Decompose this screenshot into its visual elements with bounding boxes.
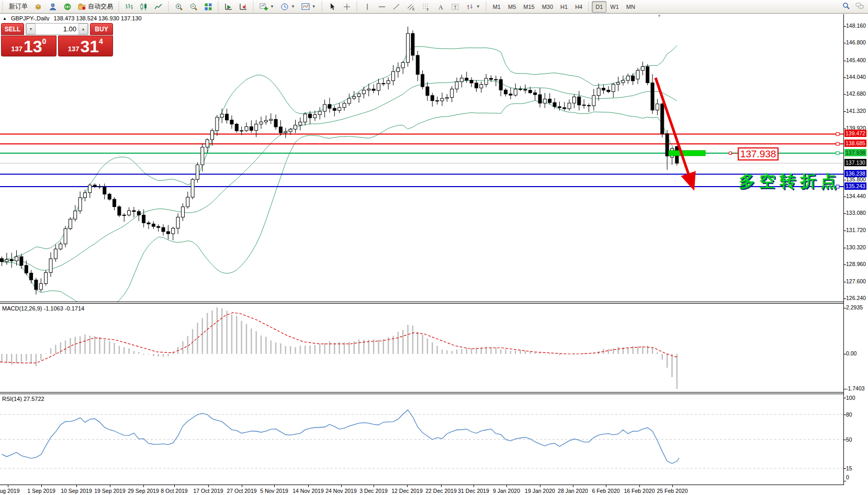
- candle-body: [191, 179, 194, 197]
- date-label: 10 Sep 2019: [61, 488, 92, 494]
- candle-body: [641, 66, 644, 70]
- date-label: 6 Feb 2020: [592, 488, 619, 494]
- candle-body: [59, 244, 62, 249]
- zoom-in-button[interactable]: [172, 1, 186, 13]
- tf-button-h1[interactable]: H1: [557, 1, 571, 13]
- tf-button-m5[interactable]: M5: [504, 1, 520, 13]
- line-chart-button[interactable]: [152, 1, 165, 13]
- tf-button-m30[interactable]: M30: [538, 1, 557, 13]
- candle-body: [39, 284, 42, 290]
- panel-separator[interactable]: [0, 394, 843, 394]
- chat-button[interactable]: [855, 2, 864, 11]
- candle-body: [455, 82, 458, 89]
- tf-button-h4[interactable]: H4: [571, 1, 586, 13]
- chart-shift-icon: [239, 3, 247, 11]
- new-order-button[interactable]: 新订单: [6, 1, 30, 13]
- vertical-line-icon: [363, 3, 371, 11]
- panel-collapse-icon[interactable]: ▼: [657, 14, 661, 18]
- market-icon-button[interactable]: [31, 1, 45, 13]
- date-tick: [441, 485, 442, 487]
- price-tag-label[interactable]: 137.938: [738, 147, 779, 160]
- tf-button-m15[interactable]: M15: [520, 1, 538, 13]
- new-chart-button[interactable]: ▼: [257, 1, 277, 13]
- price-tick-label: 133.080: [846, 210, 866, 216]
- candle-body: [1, 259, 4, 262]
- candlestick-button[interactable]: [137, 1, 151, 13]
- svg-text:F: F: [426, 7, 429, 11]
- volume-input[interactable]: [36, 24, 78, 34]
- symbol-search-button[interactable]: [842, 2, 850, 11]
- macd-tick-label: 0.00: [846, 350, 856, 356]
- date-tick: [8, 485, 8, 487]
- date-tick: [208, 485, 209, 487]
- tf-button-w1[interactable]: W1: [606, 1, 623, 13]
- date-label: 12 Dec 2019: [391, 488, 423, 494]
- price-tick-label: 134.440: [846, 193, 866, 199]
- candle-body: [303, 114, 307, 122]
- date-tick: [308, 485, 309, 487]
- channel-button[interactable]: E: [404, 1, 418, 13]
- axis-tick: [844, 481, 846, 481]
- candle-body: [157, 226, 160, 227]
- panel-separator[interactable]: [0, 302, 843, 302]
- crosshair-button[interactable]: [340, 1, 354, 13]
- level-endpoint-marker[interactable]: [836, 142, 839, 145]
- indicators-button[interactable]: ▼: [299, 1, 319, 13]
- candle-body: [401, 62, 404, 67]
- auto-scroll-button[interactable]: [222, 1, 235, 13]
- rsi-panel-canvas[interactable]: [0, 394, 843, 485]
- turning-point-annotation[interactable]: 多空转折点: [739, 170, 841, 192]
- candle-body: [558, 107, 561, 108]
- chart-shift-button[interactable]: [236, 1, 250, 13]
- text-button[interactable]: A: [434, 1, 447, 13]
- periods-icon: [280, 3, 289, 11]
- ask-price-button[interactable]: 137 31 4: [58, 36, 114, 56]
- shapes-button[interactable]: ▼: [463, 1, 483, 13]
- vertical-line-button[interactable]: [360, 1, 374, 13]
- buy-button[interactable]: BUY: [90, 23, 113, 35]
- candle-body: [421, 74, 424, 87]
- date-label: 1 Sep 2019: [27, 488, 55, 494]
- panel-separator[interactable]: [0, 392, 843, 393]
- date-tick: [242, 485, 242, 487]
- candle-body: [172, 228, 175, 234]
- sell-button[interactable]: SELL: [1, 23, 24, 35]
- cursor-button[interactable]: [325, 1, 339, 13]
- date-tick: [110, 485, 110, 487]
- price-chart-canvas[interactable]: [0, 21, 843, 302]
- panel-separator[interactable]: [0, 303, 843, 304]
- candle-body: [588, 106, 591, 106]
- trendline-button[interactable]: [390, 1, 403, 13]
- bid-price-button[interactable]: 137 13 0: [1, 36, 57, 56]
- tf-button-mn[interactable]: MN: [623, 1, 639, 13]
- horizontal-line-button[interactable]: [375, 1, 389, 13]
- tf-button-m1[interactable]: M1: [489, 1, 504, 13]
- macd-label: MACD(12,26,9) -1.1063 -0.1714: [2, 305, 84, 312]
- autotrading-button[interactable]: 自动交易: [75, 1, 116, 13]
- level-endpoint-marker[interactable]: [836, 152, 839, 155]
- text-label-button[interactable]: T: [448, 1, 462, 13]
- market-icon-icon: [34, 3, 42, 11]
- price-level-badge-136.238: 136.238: [844, 170, 866, 177]
- bar-chart-button[interactable]: [122, 1, 136, 13]
- date-tick: [672, 485, 673, 487]
- periods-button[interactable]: ▼: [278, 1, 298, 13]
- volume-increase-button[interactable]: ▲: [78, 24, 88, 34]
- text-label-icon: T: [451, 3, 459, 11]
- macd-panel-canvas[interactable]: [0, 303, 843, 392]
- signals-icon-button[interactable]: [61, 1, 74, 13]
- date-tick: [374, 485, 374, 487]
- fibonacci-button[interactable]: F: [419, 1, 433, 13]
- volume-decrease-button[interactable]: ▼: [26, 24, 36, 34]
- support-highlight-rect[interactable]: [669, 151, 705, 156]
- candle-body: [83, 193, 86, 198]
- candle-body: [230, 120, 233, 124]
- tf-button-d1[interactable]: D1: [592, 1, 606, 13]
- candle-body: [622, 80, 625, 83]
- level-endpoint-marker[interactable]: [836, 132, 839, 135]
- tile-windows-button[interactable]: [201, 1, 215, 13]
- toolbar-separator: [320, 2, 324, 12]
- candle-body: [44, 272, 48, 283]
- zoom-out-button[interactable]: [187, 1, 200, 13]
- community-icon-button[interactable]: [46, 1, 60, 13]
